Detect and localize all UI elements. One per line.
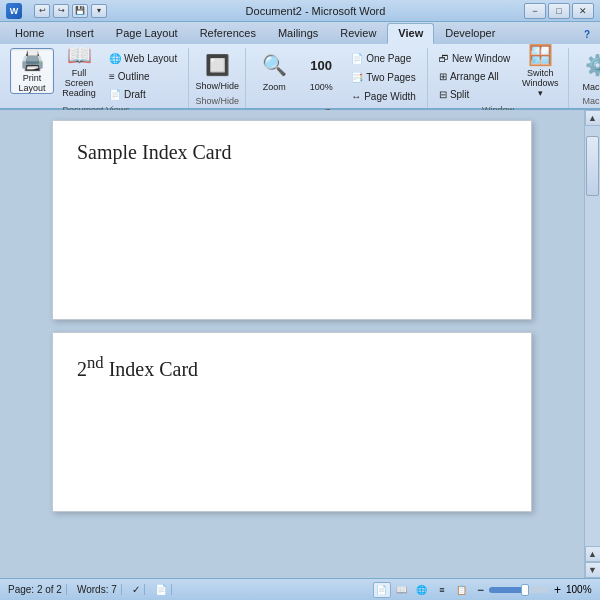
zoom-plus-button[interactable]: + — [552, 583, 563, 597]
scroll-track[interactable] — [585, 126, 600, 546]
draft-status-btn[interactable]: 📋 — [453, 582, 471, 598]
zoom-content: 🔍 Zoom 100 100% 📄 One Page 📑 Two Pages — [252, 48, 421, 105]
tab-insert[interactable]: Insert — [55, 23, 105, 44]
macros-button[interactable]: ⚙️ Macros — [575, 48, 600, 94]
tab-review[interactable]: Review — [329, 23, 387, 44]
macros-group-label: Macros — [575, 96, 600, 106]
help-icon[interactable]: ? — [578, 26, 596, 44]
new-window-button[interactable]: 🗗 New Window — [434, 50, 515, 67]
split-label: Split — [450, 89, 469, 100]
print-layout-label: PrintLayout — [18, 74, 45, 94]
page-width-button[interactable]: ↔ Page Width — [346, 88, 421, 105]
macros-icon: ⚙️ — [581, 50, 600, 80]
card-2-title: 2nd Index Card — [53, 333, 531, 401]
ribbon-group-window: 🗗 New Window ⊞ Arrange All ⊟ Split 🪟 Swi… — [428, 48, 569, 108]
print-layout-icon: 🖨️ — [16, 48, 48, 72]
zoom-controls: − + 100% — [475, 583, 596, 597]
zoom-page-col: 📄 One Page 📑 Two Pages ↔ Page Width — [346, 48, 421, 105]
two-pages-button[interactable]: 📑 Two Pages — [346, 69, 421, 86]
zoom-icon: 🔍 — [258, 50, 290, 80]
document-area[interactable]: Sample Index Card 2nd Index Card ▲ — [0, 110, 600, 578]
arrange-all-button[interactable]: ⊞ Arrange All — [434, 68, 515, 85]
scroll-down-arrow[interactable]: ▼ — [585, 562, 601, 578]
window-content: 🗗 New Window ⊞ Arrange All ⊟ Split 🪟 Swi… — [434, 48, 562, 103]
ribbon-group-document-views: 🖨️ PrintLayout 📖 Full ScreenReading 🌐 We… — [4, 48, 189, 108]
window-title: Document2 - Microsoft Word — [107, 5, 524, 17]
split-button[interactable]: ⊟ Split — [434, 86, 515, 103]
print-layout-status-btn[interactable]: 📄 — [373, 582, 391, 598]
macros-label: Macros — [582, 82, 600, 92]
switch-windows-button[interactable]: 🪟 SwitchWindows ▾ — [518, 48, 562, 94]
card-2-superscript: nd — [87, 353, 104, 372]
ribbon-group-zoom: 🔍 Zoom 100 100% 📄 One Page 📑 Two Pages — [246, 48, 428, 108]
zoom-percent: 100% — [566, 584, 596, 595]
status-right: 📄 📖 🌐 ≡ 📋 − + 100% — [373, 582, 596, 598]
tab-references[interactable]: References — [189, 23, 267, 44]
zoom-100-icon: 100 — [305, 50, 337, 80]
tab-page-layout[interactable]: Page Layout — [105, 23, 189, 44]
outline-button[interactable]: ≡ Outline — [104, 68, 182, 85]
document-scroll[interactable]: Sample Index Card 2nd Index Card — [0, 110, 584, 578]
full-screen-icon: 📖 — [63, 43, 95, 67]
ribbon-tabs: Home Insert Page Layout References Maili… — [0, 22, 600, 44]
window-controls: − □ ✕ — [524, 3, 594, 19]
title-bar: W ↩ ↪ 💾 ▾ Document2 - Microsoft Word − □… — [0, 0, 600, 22]
scroll-down-arrow-up[interactable]: ▲ — [585, 546, 601, 562]
redo-btn[interactable]: ↪ — [53, 4, 69, 18]
tab-view[interactable]: View — [387, 23, 434, 44]
quick-access-title: ↩ ↪ 💾 ▾ — [34, 4, 107, 18]
tab-mailings[interactable]: Mailings — [267, 23, 329, 44]
spell-check-icon[interactable]: ✓ — [128, 584, 145, 595]
document-icon[interactable]: 📄 — [151, 584, 172, 595]
web-layout-label: Web Layout — [124, 53, 177, 64]
web-layout-button[interactable]: 🌐 Web Layout — [104, 50, 182, 67]
close-button[interactable]: ✕ — [572, 3, 594, 19]
minimize-button[interactable]: − — [524, 3, 546, 19]
show-hide-label: Show/Hide — [195, 82, 239, 92]
full-screen-reading-button[interactable]: 📖 Full ScreenReading — [57, 48, 101, 94]
undo-btn[interactable]: ↩ — [34, 4, 50, 18]
content-area: Sample Index Card 2nd Index Card ▲ — [0, 110, 600, 578]
vertical-scrollbar[interactable]: ▲ ▲ ▼ — [584, 110, 600, 578]
full-screen-label: Full ScreenReading — [58, 69, 100, 99]
zoom-thumb[interactable] — [521, 584, 529, 596]
index-card-2[interactable]: 2nd Index Card — [52, 332, 532, 512]
draft-label: Draft — [124, 89, 146, 100]
show-hide-button[interactable]: 🔲 Show/Hide — [195, 48, 239, 94]
zoom-slider[interactable] — [489, 587, 549, 593]
full-read-status-btn[interactable]: 📖 — [393, 582, 411, 598]
arrange-all-label: Arrange All — [450, 71, 499, 82]
zoom-minus-button[interactable]: − — [475, 583, 486, 597]
draft-button[interactable]: 📄 Draft — [104, 86, 182, 103]
dropdown-btn[interactable]: ▾ — [91, 4, 107, 18]
status-bar: Page: 2 of 2 Words: 7 ✓ 📄 📄 📖 🌐 ≡ 📋 − — [0, 578, 600, 600]
ribbon: 🖨️ PrintLayout 📖 Full ScreenReading 🌐 We… — [0, 44, 600, 110]
page-width-label: Page Width — [364, 91, 416, 102]
tab-developer[interactable]: Developer — [434, 23, 506, 44]
save-btn[interactable]: 💾 — [72, 4, 88, 18]
print-layout-button[interactable]: 🖨️ PrintLayout — [10, 48, 54, 94]
scroll-thumb[interactable] — [586, 136, 599, 196]
card-1-title: Sample Index Card — [53, 121, 531, 184]
two-pages-label: Two Pages — [366, 72, 415, 83]
restore-button[interactable]: □ — [548, 3, 570, 19]
switch-windows-icon: 🪟 — [524, 43, 556, 67]
view-mode-icons: 📄 📖 🌐 ≡ 📋 — [373, 582, 471, 598]
show-hide-content: 🔲 Show/Hide — [195, 48, 239, 94]
page-indicator: Page: 2 of 2 — [4, 584, 67, 595]
ribbon-group-macros: ⚙️ Macros Macros — [569, 48, 600, 108]
one-page-button[interactable]: 📄 One Page — [346, 50, 421, 67]
index-card-1[interactable]: Sample Index Card — [52, 120, 532, 320]
zoom-label: Zoom — [263, 82, 286, 92]
ribbon-group-show-hide: 🔲 Show/Hide Show/Hide — [189, 48, 246, 108]
card-2-title-prefix: 2 — [77, 358, 87, 380]
web-status-btn[interactable]: 🌐 — [413, 582, 431, 598]
tab-home[interactable]: Home — [4, 23, 55, 44]
zoom-button[interactable]: 🔍 Zoom — [252, 48, 296, 94]
main-content: Sample Index Card 2nd Index Card ▲ — [0, 110, 600, 600]
outline-status-btn[interactable]: ≡ — [433, 582, 451, 598]
zoom-100-button[interactable]: 100 100% — [299, 48, 343, 94]
card-2-title-suffix: Index Card — [104, 358, 198, 380]
scroll-up-arrow[interactable]: ▲ — [585, 110, 601, 126]
one-page-label: One Page — [366, 53, 411, 64]
